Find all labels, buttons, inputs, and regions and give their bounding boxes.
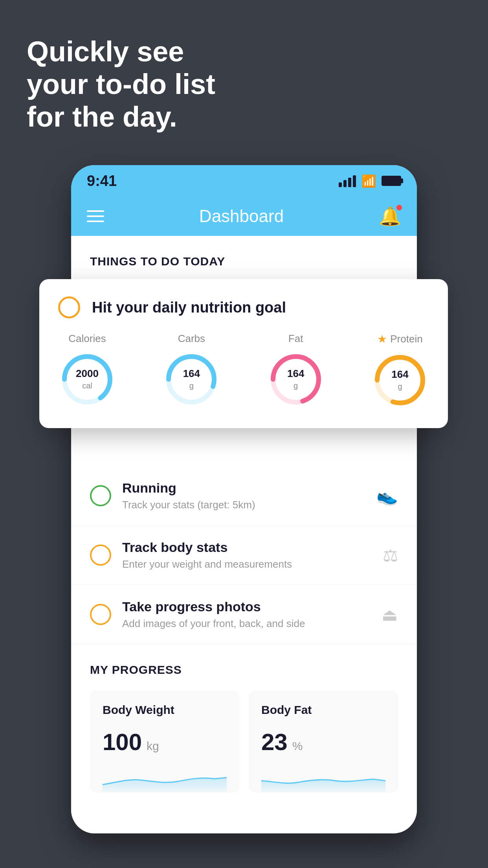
carbs-label-text: Carbs [178,333,205,345]
nutrition-fat: Fat 164 g [267,333,325,409]
progress-card-fat: Body Fat 23 % [249,691,398,793]
fat-label-text: Fat [288,333,303,345]
calories-label: Calories [68,333,106,345]
progress-value-weight: 100 kg [103,728,227,756]
phone-mockup: 9:41 📶 Dashboard 🔔 THINGS TO DO TODAY [71,165,417,833]
menu-button[interactable] [87,210,104,222]
fat-chart: 164 g [267,350,325,408]
todo-check-circle[interactable] [58,296,80,318]
todo-item-photos[interactable]: Take progress photos Add images of your … [71,585,417,644]
todo-text-running: Running Track your stats (target: 5km) [122,480,365,511]
todo-list: Running Track your stats (target: 5km) 👟… [71,466,417,644]
notification-button[interactable]: 🔔 [379,206,401,227]
progress-unit-fat: % [292,739,303,753]
protein-value: 164 g [391,369,408,391]
floating-nutrition-card: Hit your daily nutrition goal Calories 2… [39,279,448,428]
things-title: THINGS TO DO TODAY [90,255,398,268]
progress-card-weight: Body Weight 100 kg [90,691,239,793]
todo-item-running[interactable]: Running Track your stats (target: 5km) 👟 [71,466,417,526]
todo-sub-running: Track your stats (target: 5km) [122,499,365,511]
progress-unit-weight: kg [147,739,159,753]
carbs-value: 164 g [183,368,200,390]
progress-number-fat: 23 [261,728,288,756]
protein-chart: 164 g [371,351,429,409]
calories-label-text: Calories [68,333,106,345]
person-icon: ⏏ [382,605,398,625]
card-header: Hit your daily nutrition goal [58,296,429,318]
todo-item-stats[interactable]: Track body stats Enter your weight and m… [71,526,417,585]
mini-chart-fat [261,765,385,793]
todo-sub-photos: Add images of your front, back, and side [122,618,371,630]
nutrition-protein: ★ Protein 164 g [371,333,429,409]
todo-main-photos: Take progress photos [122,599,371,614]
signal-icon [339,175,356,187]
status-bar: 9:41 📶 [71,165,417,197]
hero-text: Quickly see your to-do list for the day. [27,35,215,133]
mini-chart-weight [103,765,227,793]
progress-card-weight-title: Body Weight [103,703,227,717]
things-section: THINGS TO DO TODAY [71,236,417,278]
calories-chart: 2000 cal [58,350,116,408]
status-time: 9:41 [87,173,117,189]
todo-circle-photos [90,604,111,625]
notification-dot [396,204,403,211]
card-title: Hit your daily nutrition goal [92,299,286,316]
carbs-label: Carbs [178,333,205,345]
todo-main-running: Running [122,480,365,496]
scale-icon: ⚖ [383,545,398,565]
progress-number-weight: 100 [103,728,142,756]
nutrition-carbs: Carbs 164 g [162,333,220,409]
progress-value-fat: 23 % [261,728,385,756]
nutrition-row: Calories 2000 cal Carbs [58,333,429,409]
shoe-icon: 👟 [376,485,398,506]
hero-line2: your to-do list [27,68,215,101]
progress-section: MY PROGRESS Body Weight 100 kg [71,644,417,793]
nav-title: Dashboard [199,206,284,226]
todo-circle-stats [90,544,111,566]
todo-circle-running [90,485,111,506]
battery-icon [382,176,401,186]
hero-line1: Quickly see [27,35,215,68]
hero-line3: for the day. [27,101,215,133]
nutrition-calories: Calories 2000 cal [58,333,116,409]
todo-main-stats: Track body stats [122,540,372,555]
star-icon: ★ [377,333,387,346]
carbs-chart: 164 g [162,350,220,408]
todo-sub-stats: Enter your weight and measurements [122,558,372,570]
progress-cards: Body Weight 100 kg [90,691,398,793]
wifi-icon: 📶 [361,174,376,188]
fat-value: 164 g [287,368,304,390]
protein-label: ★ Protein [377,333,422,346]
todo-text-photos: Take progress photos Add images of your … [122,599,371,630]
protein-label-text: Protein [390,333,422,345]
calories-value: 2000 cal [76,368,99,390]
todo-text-stats: Track body stats Enter your weight and m… [122,540,372,570]
progress-title: MY PROGRESS [90,663,398,677]
fat-label: Fat [288,333,303,345]
nav-bar: Dashboard 🔔 [71,197,417,236]
status-icons: 📶 [339,174,401,188]
progress-card-fat-title: Body Fat [261,703,385,717]
